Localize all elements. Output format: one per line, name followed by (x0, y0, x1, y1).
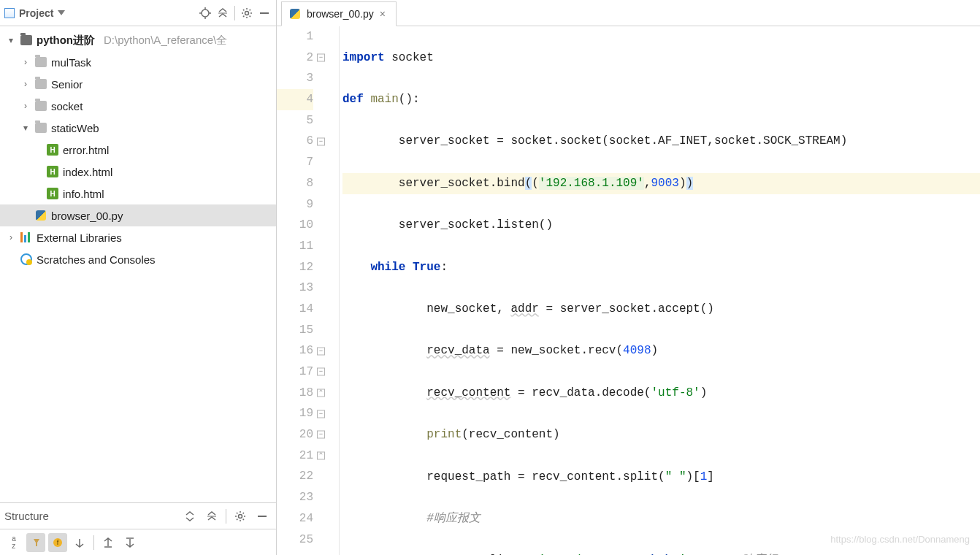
fold-icon[interactable]: − (317, 431, 325, 439)
chevron-down-icon[interactable]: ▾ (20, 123, 31, 133)
project-toolbar: Project (0, 0, 276, 26)
minimize-icon[interactable] (257, 6, 272, 20)
gear-icon[interactable] (240, 6, 254, 20)
locate-icon[interactable] (198, 6, 213, 20)
minimize-icon[interactable] (253, 507, 272, 526)
tree-folder-socket[interactable]: › socket (0, 95, 276, 117)
chevron-down-icon (58, 10, 65, 15)
code-editor[interactable]: 1 2− 3 4 5 6− 7 8 9 10 11 12 13 14 15 16… (277, 26, 980, 555)
project-icon (4, 8, 15, 18)
html-icon: H (47, 166, 58, 177)
html-icon: H (47, 144, 58, 156)
svg-point-6 (245, 11, 249, 15)
tab-browser-py[interactable]: browser_00.py × (281, 1, 397, 26)
filter-icon[interactable] (26, 533, 45, 552)
collapse-all-icon[interactable] (215, 6, 230, 20)
tree-label: Senior (51, 78, 83, 91)
tree-label: mulTask (51, 56, 91, 69)
chevron-right-icon[interactable]: › (20, 79, 31, 89)
html-icon: H (47, 188, 58, 199)
tree-file-index-html[interactable]: H index.html (0, 161, 276, 183)
chevron-down-icon[interactable]: ▾ (6, 35, 16, 45)
scroll-from-icon[interactable] (120, 533, 139, 552)
code-area[interactable]: import socket def main(): server_socket … (340, 26, 980, 555)
project-label: Project (19, 7, 53, 19)
close-icon[interactable]: × (380, 8, 386, 20)
tree-path: D:\python\A_referance\全 (104, 34, 227, 47)
tree-folder-multask[interactable]: › mulTask (0, 51, 276, 73)
fold-end-icon[interactable]: ⌃ (317, 452, 325, 460)
scroll-to-icon[interactable] (99, 533, 118, 552)
python-icon (35, 210, 47, 221)
tree-folder-senior[interactable]: › Senior (0, 73, 276, 95)
tree-label: Scratches and Consoles (37, 253, 156, 266)
sort-alpha-icon[interactable]: az (4, 533, 23, 552)
svg-point-9 (239, 514, 242, 518)
folder-icon (20, 35, 32, 45)
tree-label: info.html (63, 188, 104, 200)
tree-file-info-html[interactable]: H info.html (0, 183, 276, 204)
fold-icon[interactable]: − (317, 54, 325, 62)
tree-label: staticWeb (51, 122, 99, 134)
tree-root[interactable]: ▾ python进阶 D:\python\A_referance\全 (0, 29, 276, 51)
chevron-right-icon[interactable]: › (6, 232, 16, 242)
project-dropdown[interactable]: Project (4, 7, 195, 19)
structure-title: Structure (4, 510, 177, 522)
structure-toolbar: az f (0, 529, 276, 555)
line-gutter: 1 2− 3 4 5 6− 7 8 9 10 11 12 13 14 15 16… (277, 26, 329, 555)
fold-end-icon[interactable]: ⌃ (317, 389, 325, 397)
tree-file-browser-py[interactable]: browser_00.py (0, 204, 276, 226)
folder-icon (35, 57, 47, 67)
expand-icon[interactable] (180, 507, 199, 526)
folder-icon (35, 101, 47, 111)
scratch-icon (20, 253, 32, 265)
tree-label: External Libraries (37, 231, 122, 244)
project-tree[interactable]: ▾ python进阶 D:\python\A_referance\全 › mul… (0, 26, 276, 502)
tree-label: socket (51, 100, 83, 112)
chevron-right-icon[interactable]: › (20, 101, 31, 111)
tree-scratches[interactable]: Scratches and Consoles (0, 248, 276, 270)
folder-icon (35, 79, 47, 89)
show-fields-icon[interactable]: f (48, 533, 67, 552)
tree-folder-staticweb[interactable]: ▾ staticWeb (0, 117, 276, 139)
fold-icon[interactable]: − (317, 410, 325, 418)
tab-label: browser_00.py (307, 8, 374, 20)
gear-icon[interactable] (231, 507, 250, 526)
library-icon (20, 232, 32, 242)
structure-header[interactable]: Structure (0, 502, 276, 529)
tree-external-libraries[interactable]: › External Libraries (0, 226, 276, 248)
chevron-right-icon[interactable]: › (20, 57, 31, 67)
fold-icon[interactable]: − (317, 137, 325, 145)
tree-label: index.html (63, 166, 112, 178)
tree-file-error-html[interactable]: H error.html (0, 139, 276, 161)
folder-icon (35, 123, 47, 133)
tree-label: browser_00.py (51, 210, 123, 222)
tree-label: error.html (63, 144, 109, 156)
watermark: https://blog.csdn.net/Donnameng (830, 529, 970, 551)
fold-icon[interactable]: − (317, 368, 325, 376)
fold-icon[interactable]: − (317, 347, 325, 355)
svg-point-0 (202, 9, 209, 17)
collapse-icon[interactable] (202, 507, 221, 526)
expand-node-icon[interactable] (70, 533, 89, 552)
tree-label: python进阶 (37, 34, 95, 47)
python-icon (289, 8, 301, 20)
editor-tabbar: browser_00.py × (277, 0, 980, 26)
